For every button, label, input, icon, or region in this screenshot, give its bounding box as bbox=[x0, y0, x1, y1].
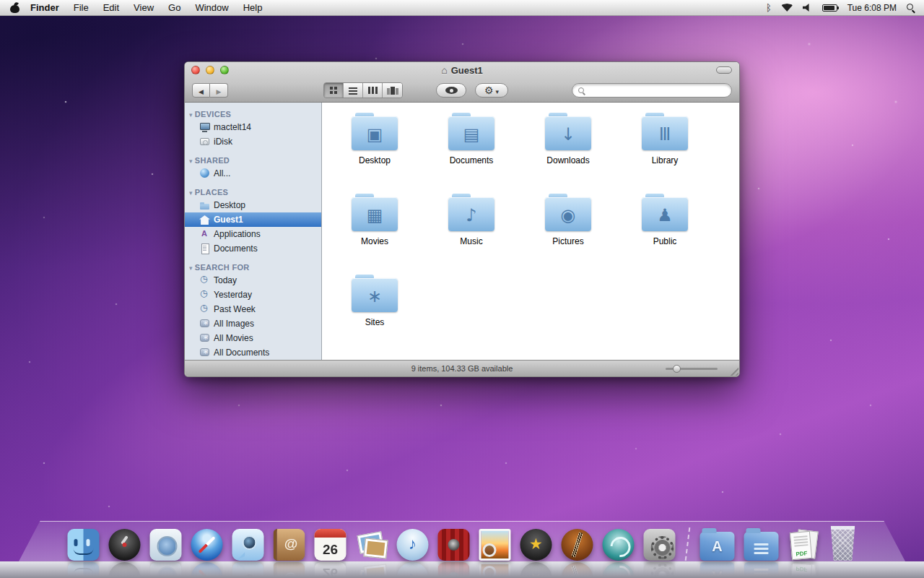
menu-edit[interactable]: Edit bbox=[96, 0, 126, 15]
mail-icon[interactable] bbox=[150, 529, 182, 561]
sidebar-item-label: iDisk bbox=[214, 137, 232, 147]
spotlight-icon[interactable] bbox=[907, 4, 915, 12]
menu-app-name[interactable]: Finder bbox=[23, 0, 66, 15]
sidebar-item-all[interactable]: All... bbox=[185, 166, 321, 181]
view-switcher bbox=[323, 82, 403, 98]
menu-file[interactable]: File bbox=[66, 0, 96, 15]
folder-icon: ◉ bbox=[545, 194, 591, 231]
icon-size-slider[interactable] bbox=[666, 368, 718, 370]
ichat-icon[interactable] bbox=[232, 529, 264, 561]
sidebar-item-applications[interactable]: Applications bbox=[185, 227, 321, 241]
pdf-label: PDF bbox=[796, 550, 808, 558]
toolbar-toggle-button[interactable] bbox=[716, 66, 732, 74]
bluetooth-icon[interactable] bbox=[766, 2, 772, 13]
wifi-icon[interactable] bbox=[782, 4, 793, 12]
search-field[interactable] bbox=[572, 83, 732, 98]
folder-documents[interactable]: ▤ Documents bbox=[423, 113, 520, 194]
folder-desktop[interactable]: ▣ Desktop bbox=[326, 113, 423, 194]
address-book-icon[interactable] bbox=[274, 529, 305, 561]
menu-window[interactable]: Window bbox=[188, 0, 235, 15]
gear-icon bbox=[484, 84, 494, 97]
menu-clock[interactable]: Tue 6:08 PM bbox=[847, 3, 897, 13]
quick-look-button[interactable] bbox=[436, 83, 466, 98]
preview-icon[interactable] bbox=[356, 529, 388, 561]
sidebar-item-label: Documents bbox=[214, 243, 258, 254]
disclosure-triangle-icon[interactable] bbox=[189, 263, 193, 272]
garageband-icon[interactable] bbox=[562, 529, 593, 561]
menu-go[interactable]: Go bbox=[161, 0, 188, 15]
safari-icon[interactable] bbox=[191, 529, 223, 561]
folder-public[interactable]: ♟ Public bbox=[616, 194, 713, 275]
window-title-text: Guest1 bbox=[451, 65, 483, 76]
zoom-button[interactable] bbox=[220, 66, 229, 74]
sidebar-item-label: Desktop bbox=[214, 200, 245, 210]
sidebar-item-today[interactable]: Today bbox=[185, 273, 321, 288]
clock-icon bbox=[199, 290, 210, 300]
slider-knob[interactable] bbox=[673, 365, 681, 373]
sidebar-item-guest1[interactable]: Guest1 bbox=[185, 212, 321, 227]
apple-menu[interactable] bbox=[6, 0, 23, 15]
close-button[interactable] bbox=[191, 66, 200, 74]
file-browser-area[interactable]: ▣ Desktop ▤ Documents ↓ Downloads Ⅲ Libr… bbox=[322, 103, 739, 360]
folder-library[interactable]: Ⅲ Library bbox=[616, 113, 713, 194]
sidebar-item-mactelt14[interactable]: mactelt14 bbox=[185, 120, 321, 134]
coverflow-view-button[interactable] bbox=[383, 83, 402, 98]
folder-pictures[interactable]: ◉ Pictures bbox=[520, 194, 616, 275]
folder-music[interactable]: ♪ Music bbox=[423, 194, 520, 275]
documents-folder-icon[interactable] bbox=[744, 532, 779, 561]
section-title: SEARCH FOR bbox=[195, 263, 250, 272]
sidebar-item-label: All Documents bbox=[214, 348, 269, 358]
sidebar-item-past-week[interactable]: Past Week bbox=[185, 302, 321, 316]
applications-folder-icon[interactable]: A bbox=[700, 532, 735, 561]
sidebar-section-search-for[interactable]: SEARCH FOR bbox=[185, 262, 321, 273]
sidebar-section-places[interactable]: PLACES bbox=[185, 186, 321, 198]
sidebar-item-all-movies[interactable]: All Movies bbox=[185, 331, 321, 345]
battery-icon[interactable] bbox=[822, 4, 837, 12]
folder-sites[interactable]: ∗ Sites bbox=[326, 275, 423, 355]
menu-view[interactable]: View bbox=[126, 0, 161, 15]
photo-booth-icon[interactable] bbox=[438, 529, 470, 561]
trash-icon[interactable] bbox=[829, 526, 857, 561]
disclosure-triangle-icon[interactable] bbox=[189, 110, 193, 118]
folder-icon: ↓ bbox=[545, 113, 591, 150]
sidebar-item-idisk[interactable]: iDisk bbox=[185, 134, 321, 149]
action-menu-button[interactable] bbox=[475, 83, 508, 98]
list-view-button[interactable] bbox=[344, 83, 363, 98]
itunes-icon[interactable] bbox=[397, 529, 429, 561]
forward-button[interactable] bbox=[210, 83, 228, 98]
icon-view-button[interactable] bbox=[324, 83, 344, 98]
ical-icon[interactable]: 26 bbox=[315, 529, 346, 561]
resize-grip[interactable] bbox=[728, 366, 738, 376]
sidebar-item-all-documents[interactable]: All Documents bbox=[185, 345, 321, 360]
sidebar-section-devices[interactable]: DEVICES bbox=[185, 108, 321, 120]
search-input[interactable] bbox=[588, 85, 725, 95]
forward-arrow-icon bbox=[217, 84, 222, 97]
folder-icon: ∗ bbox=[352, 275, 398, 312]
dashboard-icon[interactable] bbox=[109, 529, 141, 561]
finder-icon[interactable] bbox=[68, 529, 100, 561]
title-bar[interactable]: Guest1 bbox=[185, 62, 739, 78]
pdf-stack-icon[interactable]: PDF bbox=[788, 529, 820, 561]
menu-help[interactable]: Help bbox=[236, 0, 270, 15]
sidebar-item-documents[interactable]: Documents bbox=[185, 241, 321, 256]
sidebar-section-shared[interactable]: SHARED bbox=[185, 155, 321, 166]
folder-icon: ▤ bbox=[448, 113, 494, 150]
sidebar-item-desktop[interactable]: Desktop bbox=[185, 198, 321, 212]
sidebar-item-yesterday[interactable]: Yesterday bbox=[185, 288, 321, 302]
back-button[interactable] bbox=[192, 83, 210, 98]
desktop-wallpaper: Finder File Edit View Go Window Help Tue… bbox=[0, 0, 924, 578]
folder-downloads[interactable]: ↓ Downloads bbox=[520, 113, 616, 194]
column-view-button[interactable] bbox=[363, 83, 383, 98]
imovie-icon[interactable] bbox=[520, 529, 552, 561]
grid-view-icon bbox=[330, 87, 337, 94]
sidebar-item-all-images[interactable]: All Images bbox=[185, 316, 321, 331]
disclosure-triangle-icon[interactable] bbox=[189, 156, 193, 165]
time-machine-icon[interactable] bbox=[603, 529, 635, 561]
volume-icon[interactable] bbox=[803, 4, 812, 12]
folder-movies[interactable]: ▦ Movies bbox=[326, 194, 423, 275]
iphoto-icon[interactable] bbox=[479, 529, 511, 561]
disclosure-triangle-icon[interactable] bbox=[189, 188, 193, 197]
folder-icon: ▣ bbox=[352, 113, 398, 150]
minimize-button[interactable] bbox=[206, 66, 214, 74]
system-preferences-icon[interactable] bbox=[644, 529, 676, 561]
